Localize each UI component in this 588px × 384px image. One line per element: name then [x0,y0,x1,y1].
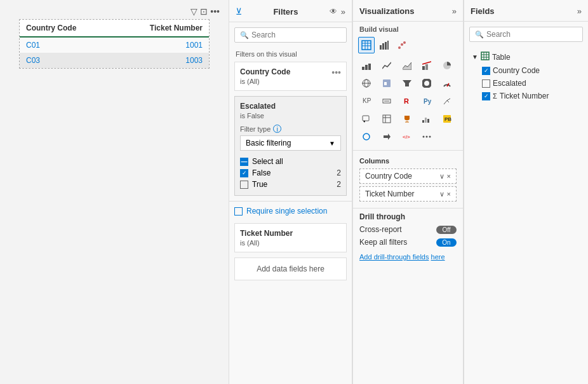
add-data-fields-card[interactable]: Add data fields here [234,257,347,280]
fields-search-box[interactable]: 🔍 [469,27,583,42]
escalated-checkbox[interactable] [482,79,490,88]
svg-rect-34 [363,116,369,121]
focus-icon[interactable]: ⊡ [200,6,208,17]
viz-icon-more-visuals[interactable] [418,128,435,145]
column-pill-country-label: Country Code [365,172,412,181]
table-grid-icon [481,51,490,62]
filter-type-value: Basic filtering [246,139,291,147]
column-ticket-close-icon[interactable]: × [447,190,451,198]
viz-icons-grid: KPI R Py PBI [353,55,463,147]
viz-icon-line[interactable] [378,57,395,74]
svg-text:PBI: PBI [444,116,451,122]
viz-expand-icon[interactable]: » [452,6,457,16]
viz-icon-funnel[interactable] [399,75,415,92]
false-count: 2 [337,168,341,177]
viz-icon-python[interactable]: Py [418,93,435,109]
column-close-icon[interactable]: × [447,172,451,180]
filter-funnel-icon: ⊻ [236,6,242,17]
viz-icon-waterfall[interactable] [418,111,435,127]
svg-point-10 [401,43,403,46]
svg-rect-42 [425,118,427,123]
expand-icon[interactable]: » [341,7,345,17]
viz-icon-r-visual[interactable]: R [399,93,415,109]
filters-search-input[interactable] [251,31,341,39]
viz-icon-pie[interactable] [439,57,455,74]
col-header-ticket: Ticket Number [112,20,209,37]
here-link[interactable]: here [431,253,445,261]
viz-icon-donut[interactable] [418,75,435,92]
select-all-label: Select all [252,157,283,166]
false-checkbox[interactable]: ✓ [240,169,248,177]
table-visual: Country Code Ticket Number C01 1001 C03 … [19,19,210,69]
country-code-filter-more[interactable]: ••• [331,67,341,78]
viz-icon-filled-map[interactable] [378,75,395,92]
viz-icon-trophy[interactable] [399,111,415,127]
true-checkbox[interactable] [240,181,248,189]
viz-icon-bar[interactable] [376,37,392,53]
fields-expand-icon[interactable]: » [577,6,582,16]
country-code-checkbox[interactable]: ✓ [482,67,490,75]
svg-rect-14 [368,64,371,70]
viz-icon-map[interactable] [358,75,375,92]
field-ticket-number[interactable]: ✓ Σ Ticket Number [469,90,583,102]
svg-rect-12 [362,67,364,70]
fields-table-node[interactable]: ▼ Table [469,50,583,64]
field-escalated[interactable]: Escalated [469,77,583,90]
svg-rect-7 [385,42,387,50]
viz-icon-card[interactable] [378,93,395,109]
viz-icon-arrow[interactable] [378,128,395,145]
viz-icon-stacked-bar[interactable] [358,57,375,74]
filter-option-false[interactable]: ✓ False 2 [240,167,341,179]
ticket-field-label: Ticket Number [500,92,549,100]
cross-report-toggle[interactable]: Off [436,226,457,234]
viz-icon-powerbi-market[interactable]: PBI [439,111,455,127]
viz-icon-matrix[interactable] [378,111,395,127]
canvas-area: ▽ ⊡ ••• Country Code Ticket Number C01 1… [0,0,229,384]
check-mark: ✓ [242,170,247,176]
viz-icon-scatter[interactable] [394,37,410,53]
svg-marker-35 [363,121,365,123]
filter-option-selectall[interactable]: — Select all [240,156,341,167]
svg-line-32 [447,100,449,102]
chevron-down-icon: ▼ [329,140,335,147]
escalated-filter-title: Escalated [240,102,276,111]
filter-option-true[interactable]: True 2 [240,179,341,190]
filters-header-icons: 👁 » [330,7,345,17]
column-chevron-icon[interactable]: ∨ [439,172,444,181]
fields-header-icons: » [577,6,582,16]
viz-icon-kpi[interactable]: KPI [358,93,375,109]
viz-icon-qna[interactable] [358,111,375,127]
table-node-label: Table [492,53,511,62]
keep-filters-label: Keep all filters [359,238,407,247]
filters-panel: ⊻ Filters 👁 » 🔍 Filters on this visual C… [229,0,352,384]
filters-search-box[interactable]: 🔍 [234,27,347,43]
svg-line-31 [444,100,447,104]
drill-section: Drill through Cross-report Off Keep all … [353,208,463,267]
more-icon[interactable]: ••• [210,6,220,17]
select-all-checkbox[interactable]: — [240,158,248,166]
svg-marker-47 [384,134,391,140]
info-icon: i [273,125,281,133]
table-row: C01 1001 [20,37,209,53]
filter-icon[interactable]: ▽ [190,6,197,17]
require-selection-checkbox[interactable] [234,207,243,216]
keep-filters-toggle[interactable]: On [436,238,457,247]
svg-point-51 [429,136,431,138]
viz-icon-html[interactable]: </> [399,128,415,145]
fields-search-input[interactable] [486,30,577,39]
viz-icon-table[interactable] [358,37,375,53]
viz-icon-decomp[interactable] [439,93,455,109]
viz-icon-shape[interactable] [358,128,375,145]
viz-icon-combo[interactable] [418,57,435,74]
keep-filters-row: Keep all filters On [359,238,457,247]
filter-type-dropdown[interactable]: Basic filtering ▼ [240,135,341,151]
field-country-code[interactable]: ✓ Country Code [469,64,583,77]
viz-icon-gauge[interactable] [439,75,455,92]
eye-icon[interactable]: 👁 [330,7,337,16]
svg-point-9 [398,46,401,49]
svg-rect-36 [383,115,391,123]
ticket-checkbox[interactable]: ✓ [482,92,490,100]
column-ticket-chevron-icon[interactable]: ∨ [439,190,444,198]
true-label: True [252,180,267,189]
viz-icon-area[interactable] [399,57,415,74]
